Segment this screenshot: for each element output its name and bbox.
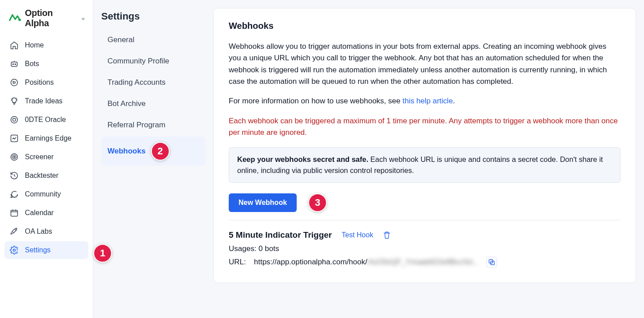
svg-point-12 — [13, 249, 16, 251]
nav-community[interactable]: Community — [4, 185, 88, 203]
divider — [229, 220, 620, 220]
nav-settings[interactable]: Settings — [4, 241, 88, 259]
nav-label: Screener — [25, 153, 54, 161]
nav-earnings-edge[interactable]: Earnings Edge — [4, 130, 88, 147]
nav-label: Positions — [25, 79, 54, 86]
settings-item-label: Community Profile — [107, 57, 169, 66]
settings-item-label: Webhooks — [107, 147, 146, 156]
copy-icon — [488, 258, 496, 266]
webhook-url-secret: HuO0xQF_Ymaab822e9BccSd... — [367, 258, 478, 267]
settings-subnav: Settings General Community Profile Tradi… — [93, 0, 213, 318]
settings-item-community-profile[interactable]: Community Profile — [101, 51, 205, 71]
settings-item-bot-archive[interactable]: Bot Archive — [101, 94, 205, 114]
nav-oa-labs[interactable]: OA Labs — [4, 223, 88, 240]
settings-item-referral-program[interactable]: Referral Program — [101, 115, 205, 135]
nav-label: Trade Ideas — [25, 97, 63, 105]
settings-item-label: General — [107, 35, 134, 44]
settings-item-webhooks[interactable]: Webhooks 2 — [101, 137, 205, 166]
svg-point-10 — [14, 157, 15, 158]
nav-label: OA Labs — [25, 228, 52, 236]
nav-trade-ideas[interactable]: Trade Ideas — [4, 92, 88, 110]
webhook-item: 5 Minute Indicator Trigger Test Hook Usa… — [229, 230, 620, 267]
nav-calendar[interactable]: Calendar — [4, 204, 88, 222]
secret-notice-bold: Keep your webhooks secret and safe. — [237, 155, 368, 163]
secret-notice-box: Keep your webhooks secret and safe. Each… — [229, 147, 620, 183]
nav-label: Backtester — [25, 172, 59, 180]
more-info-prefix: For more information on how to use webho… — [229, 97, 402, 105]
webhook-usages: Usages: 0 bots — [229, 244, 620, 253]
delete-webhook-button[interactable] — [383, 231, 391, 239]
settings-item-label: Referral Program — [107, 121, 165, 130]
collapse-icon[interactable]: « — [82, 15, 85, 22]
settings-item-label: Trading Accounts — [107, 78, 166, 87]
copy-url-button[interactable] — [486, 257, 497, 267]
webhook-name: 5 Minute Indicator Trigger — [229, 230, 332, 240]
settings-heading: Settings — [101, 11, 205, 22]
nav-label: Earnings Edge — [25, 134, 72, 142]
brand-logo-icon — [8, 12, 21, 25]
nav-0dte-oracle[interactable]: 0DTE Oracle — [4, 111, 88, 129]
sidebar: Option Alpha « Home Bots Positions Trade… — [0, 0, 93, 318]
nav-label: Calendar — [25, 209, 54, 217]
settings-item-trading-accounts[interactable]: Trading Accounts — [101, 73, 205, 92]
webhook-url-row: URL: https://app.optionalpha.com/hook/Hu… — [229, 257, 620, 267]
history-icon — [10, 171, 19, 180]
webhooks-card: Webhooks Webhooks allow you to trigger a… — [213, 8, 636, 283]
webhook-header-row: 5 Minute Indicator Trigger Test Hook — [229, 230, 620, 240]
rocket-icon — [10, 227, 19, 236]
action-row: New Webhook 3 — [229, 193, 620, 212]
target-icon — [10, 153, 19, 161]
lightbulb-icon — [10, 97, 19, 106]
brand-row: Option Alpha « — [4, 8, 88, 36]
nav-label: Settings — [25, 246, 51, 254]
nav-label: Bots — [25, 60, 39, 68]
calendar-icon — [10, 208, 19, 217]
main-content: Webhooks Webhooks allow you to trigger a… — [213, 0, 644, 318]
svg-rect-1 — [11, 62, 17, 67]
more-info-line: For more information on how to use webho… — [229, 95, 620, 107]
nav-label: Home — [25, 41, 44, 49]
nav-label: 0DTE Oracle — [25, 116, 66, 124]
nav-bots[interactable]: Bots — [4, 55, 88, 73]
page-title: Webhooks — [229, 21, 620, 31]
settings-item-label: Bot Archive — [107, 99, 146, 108]
svg-point-3 — [15, 64, 16, 65]
nav-home[interactable]: Home — [4, 36, 88, 54]
svg-point-4 — [11, 79, 18, 86]
brand-name: Option Alpha — [25, 8, 78, 28]
new-webhook-button[interactable]: New Webhook — [229, 193, 297, 212]
webhooks-description: Webhooks allow you to trigger automation… — [229, 41, 620, 87]
settings-list: General Community Profile Trading Accoun… — [101, 30, 205, 166]
annotation-badge-1: 1 — [93, 244, 112, 263]
svg-point-5 — [11, 117, 18, 123]
home-icon — [10, 41, 19, 50]
help-article-link[interactable]: this help article — [402, 97, 453, 105]
oracle-icon — [10, 115, 19, 124]
nav-backtester[interactable]: Backtester — [4, 167, 88, 185]
webhook-url: https://app.optionalpha.com/hook/HuO0xQF… — [254, 258, 479, 267]
nav-screener[interactable]: Screener — [4, 148, 88, 166]
more-info-suffix: . — [453, 97, 455, 105]
annotation-badge-3: 3 — [308, 193, 327, 212]
trash-icon — [383, 231, 391, 239]
webhook-url-prefix: https://app.optionalpha.com/hook/ — [254, 258, 367, 267]
annotation-badge-2: 2 — [151, 142, 170, 161]
webhook-url-label: URL: — [229, 258, 246, 267]
test-hook-link[interactable]: Test Hook — [342, 231, 373, 239]
earnings-icon — [10, 134, 19, 143]
nav-label: Community — [25, 190, 61, 198]
svg-rect-11 — [11, 210, 18, 216]
svg-point-0 — [19, 19, 21, 21]
bot-icon — [10, 59, 19, 68]
positions-icon — [10, 78, 19, 87]
rate-limit-warning: Each webhook can be triggered a maximum … — [229, 115, 620, 139]
nav-list: Home Bots Positions Trade Ideas 0DTE Ora… — [4, 36, 88, 259]
settings-item-general[interactable]: General — [101, 30, 205, 50]
gear-icon — [10, 246, 19, 255]
svg-point-2 — [13, 64, 14, 65]
svg-point-6 — [13, 118, 16, 122]
nav-positions[interactable]: Positions — [4, 74, 88, 91]
chat-icon — [10, 190, 19, 199]
